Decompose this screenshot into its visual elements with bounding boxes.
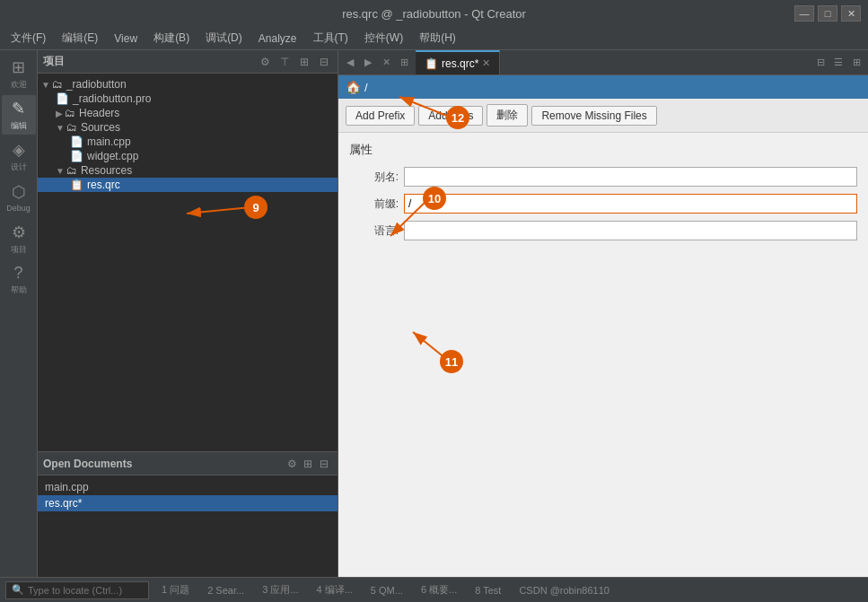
label-pro: _radiobutton.pro xyxy=(73,92,151,105)
sidebar-item-design[interactable]: ◈ 设计 xyxy=(2,136,36,176)
project-panel: 项目 ⚙ ⊤ ⊞ ⊟ ▼ 🗂 _radiobutton 📄 _radiobutt… xyxy=(38,50,338,577)
arrow-headers: ▶ xyxy=(56,109,63,118)
status-compile[interactable]: 4 编译... xyxy=(311,583,358,597)
open-docs-panel: Open Documents ⚙ ⊞ ⊟ main.cpp res.qrc* xyxy=(38,451,338,577)
tab-nav-controls: ◀ ▶ ✕ ⊞ xyxy=(338,50,416,74)
tab-forward-btn[interactable]: ▶ xyxy=(360,55,376,71)
label-widget-cpp: widget.cpp xyxy=(87,150,138,162)
tab-close-btn[interactable]: ✕ xyxy=(378,55,394,71)
tree-item-resources[interactable]: ▼ 🗂 Resources xyxy=(38,163,338,178)
tab-split-btn[interactable]: ⊟ xyxy=(812,55,829,71)
tab-back-btn[interactable]: ◀ xyxy=(342,55,358,71)
status-apply[interactable]: 3 应用... xyxy=(257,583,303,597)
menu-file[interactable]: 文件(F) xyxy=(4,29,53,48)
tab-close-icon[interactable]: ✕ xyxy=(482,57,490,69)
open-docs-settings-btn[interactable]: ⚙ xyxy=(284,456,300,472)
menu-edit[interactable]: 编辑(E) xyxy=(55,29,105,48)
prefix-input[interactable] xyxy=(404,194,857,214)
lang-label: 语言: xyxy=(349,223,399,239)
tab-more-btn[interactable]: ⊞ xyxy=(848,55,864,71)
prefix-row: 前缀: xyxy=(349,194,857,214)
projects-icon: ⚙ xyxy=(12,222,26,242)
lang-input[interactable] xyxy=(404,221,857,240)
icon-sources: 🗂 xyxy=(66,121,77,134)
status-problems[interactable]: 1 问题 xyxy=(156,583,195,597)
project-filter-btn[interactable]: ⊤ xyxy=(276,54,293,70)
alias-input[interactable] xyxy=(404,167,857,187)
window-controls: — □ ✕ xyxy=(794,5,861,22)
sidebar-item-edit[interactable]: ✎ 编辑 xyxy=(2,95,36,135)
icon-resources: 🗂 xyxy=(66,164,77,177)
editor-area: ◀ ▶ ✕ ⊞ 📋 res.qrc* ✕ ⊟ ☰ ⊞ xyxy=(338,50,868,577)
edit-label: 编辑 xyxy=(11,120,27,132)
editor-tabs: ◀ ▶ ✕ ⊞ 📋 res.qrc* ✕ ⊟ ☰ ⊞ xyxy=(338,50,868,75)
menu-view[interactable]: View xyxy=(107,31,145,47)
sidebar-item-welcome[interactable]: ⊞ 欢迎 xyxy=(2,54,36,93)
project-tree: ▼ 🗂 _radiobutton 📄 _radiobutton.pro ▶ 🗂 … xyxy=(38,74,338,451)
project-sync-btn[interactable]: ⊞ xyxy=(296,54,312,70)
tree-item-sources[interactable]: ▼ 🗂 Sources xyxy=(38,120,338,135)
menu-help[interactable]: 帮助(H) xyxy=(412,29,463,48)
status-test[interactable]: 8 Test xyxy=(469,585,506,596)
tab-file-icon: 📋 xyxy=(425,57,438,70)
menu-tools[interactable]: 工具(T) xyxy=(306,29,355,48)
tree-item-root[interactable]: ▼ 🗂 _radiobutton xyxy=(38,77,338,92)
status-search-results[interactable]: 2 Sear... xyxy=(202,585,250,596)
tab-lock-btn[interactable]: ⊞ xyxy=(396,55,412,71)
sidebar-item-help[interactable]: ? 帮助 xyxy=(2,260,36,300)
tree-item-headers[interactable]: ▶ 🗂 Headers xyxy=(38,106,338,120)
menu-controls[interactable]: 控件(W) xyxy=(357,29,410,48)
main-area: ⊞ 欢迎 ✎ 编辑 ◈ 设计 ⬡ Debug ⚙ 项目 ? 帮助 xyxy=(0,50,868,577)
welcome-label: 欢迎 xyxy=(11,79,27,91)
status-search[interactable]: 🔍 xyxy=(5,581,149,599)
arrow-sources: ▼ xyxy=(56,123,65,133)
icon-headers: 🗂 xyxy=(65,107,75,119)
project-settings-btn[interactable]: ⚙ xyxy=(257,54,273,70)
label-root: _radiobutton xyxy=(66,78,127,91)
open-docs-header: Open Documents ⚙ ⊞ ⊟ xyxy=(38,452,338,475)
close-button[interactable]: ✕ xyxy=(841,5,861,22)
design-label: 设计 xyxy=(11,161,27,173)
icon-res-qrc: 📋 xyxy=(70,179,83,191)
open-docs-list: main.cpp res.qrc* xyxy=(38,475,338,577)
tree-item-main-cpp[interactable]: 📄 main.cpp xyxy=(38,135,338,149)
arrow-resources: ▼ xyxy=(56,166,65,176)
open-docs-minimize-btn[interactable]: ⊟ xyxy=(316,456,332,472)
maximize-button[interactable]: □ xyxy=(818,5,837,22)
icon-widget-cpp: 📄 xyxy=(70,150,83,162)
menu-analyze[interactable]: Analyze xyxy=(251,31,304,47)
window-title: res.qrc @ _radiobutton - Qt Creator xyxy=(342,7,526,21)
doc-item-res-qrc[interactable]: res.qrc* xyxy=(38,495,338,511)
projects-label: 项目 xyxy=(11,244,27,256)
search-input[interactable] xyxy=(28,585,136,596)
sidebar-item-projects[interactable]: ⚙ 项目 xyxy=(2,219,36,258)
menu-build[interactable]: 构建(B) xyxy=(146,29,197,48)
path-separator: / xyxy=(364,81,368,94)
edit-icon: ✎ xyxy=(12,99,25,118)
project-panel-title: 项目 xyxy=(43,54,253,69)
help-label: 帮助 xyxy=(11,284,27,296)
menu-bar: 文件(F) 编辑(E) View 构建(B) 调试(D) Analyze 工具(… xyxy=(0,27,868,50)
open-docs-expand-btn[interactable]: ⊞ xyxy=(300,456,316,472)
delete-button[interactable]: 删除 xyxy=(487,104,528,127)
project-expand-btn[interactable]: ⊟ xyxy=(316,54,332,70)
prefix-label: 前缀: xyxy=(349,196,399,212)
status-qm[interactable]: 5 QM... xyxy=(365,585,408,596)
remove-missing-button[interactable]: Remove Missing Files xyxy=(531,106,656,126)
editor-tab-res-qrc[interactable]: 📋 res.qrc* ✕ xyxy=(416,50,500,74)
project-panel-header: 项目 ⚙ ⊤ ⊞ ⊟ xyxy=(38,50,338,74)
status-overview[interactable]: 6 概要... xyxy=(416,583,462,597)
help-icon: ? xyxy=(13,264,22,283)
resource-properties: 属性 别名: 前缀: 语言: xyxy=(338,133,868,577)
minimize-button[interactable]: — xyxy=(794,5,814,22)
tree-item-widget-cpp[interactable]: 📄 widget.cpp xyxy=(38,149,338,163)
tab-options-btn[interactable]: ☰ xyxy=(830,55,846,71)
doc-item-main-cpp[interactable]: main.cpp xyxy=(38,479,338,495)
add-prefix-button[interactable]: Add Prefix xyxy=(346,106,415,126)
tree-item-res-qrc[interactable]: 📋 res.qrc xyxy=(38,178,338,192)
debug-icon: ⬡ xyxy=(12,182,26,202)
add-files-button[interactable]: Add Files xyxy=(418,106,483,126)
menu-debug[interactable]: 调试(D) xyxy=(198,29,250,48)
sidebar-item-debug[interactable]: ⬡ Debug xyxy=(2,178,36,217)
tree-item-pro[interactable]: 📄 _radiobutton.pro xyxy=(38,92,338,106)
